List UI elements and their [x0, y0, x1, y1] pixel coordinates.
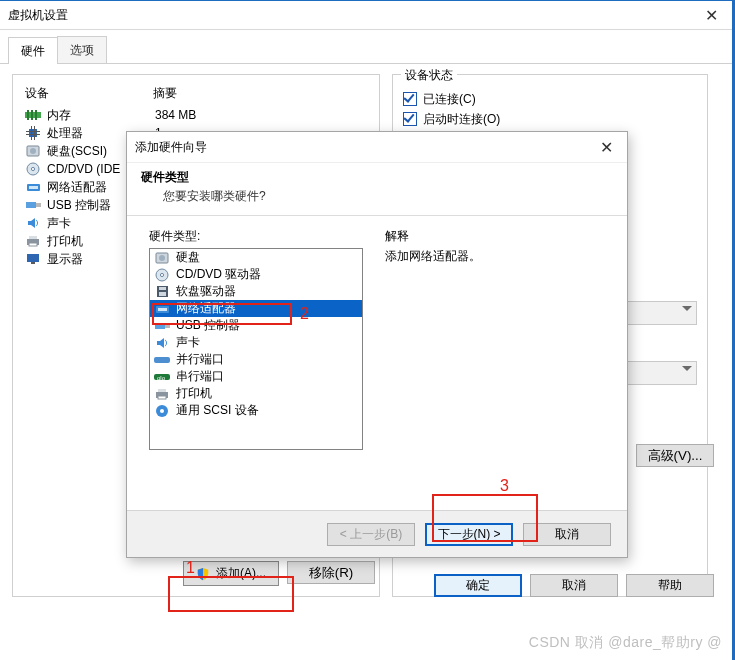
list-item-label: 硬盘 — [176, 249, 200, 266]
tab-strip: 硬件 选项 — [0, 30, 732, 64]
list-item-label: 网络适配器 — [176, 300, 236, 317]
window-titlebar: 虚拟机设置 ✕ — [0, 1, 732, 30]
svg-point-25 — [160, 273, 163, 276]
svg-rect-5 — [26, 131, 40, 132]
cancel-button[interactable]: 取消 — [530, 574, 618, 597]
floppy-icon — [154, 285, 170, 298]
explanation-text: 添加网络适配器。 — [385, 248, 605, 265]
hardware-type-item[interactable]: 网络适配器 — [150, 300, 362, 317]
svg-point-40 — [160, 409, 164, 413]
printer-icon — [25, 235, 41, 247]
tab-hardware[interactable]: 硬件 — [8, 37, 58, 64]
tab-options[interactable]: 选项 — [57, 36, 107, 63]
sound-icon — [25, 217, 41, 229]
list-item-label: 通用 SCSI 设备 — [176, 402, 259, 419]
wizard-back-button[interactable]: < 上一步(B) — [327, 523, 415, 546]
wizard-subheading: 您要安装哪类硬件? — [141, 186, 613, 205]
window-title: 虚拟机设置 — [8, 7, 699, 24]
remove-hardware-button[interactable]: 移除(R) — [287, 561, 375, 584]
chevron-down-icon — [682, 306, 692, 316]
wizard-close-icon[interactable]: ✕ — [594, 138, 619, 157]
cpu-icon — [25, 127, 41, 139]
svg-rect-6 — [26, 134, 40, 135]
list-item-label: 软盘驱动器 — [176, 283, 236, 300]
list-item-label: 声卡 — [176, 334, 200, 351]
parallel-icon — [154, 355, 170, 365]
wizard-title: 添加硬件向导 — [135, 139, 594, 156]
cd-icon — [25, 163, 41, 175]
serial-icon: olo — [154, 372, 170, 382]
hardware-type-item[interactable]: 声卡 — [150, 334, 362, 351]
svg-rect-4 — [29, 129, 37, 137]
connect-at-poweron-checkbox[interactable]: 启动时连接(O) — [403, 109, 697, 129]
svg-rect-33 — [154, 357, 170, 363]
list-item-label: CD/DVD 驱动器 — [176, 266, 261, 283]
hardware-type-item[interactable]: 并行端口 — [150, 351, 362, 368]
svg-rect-18 — [29, 236, 37, 239]
wizard-cancel-button[interactable]: 取消 — [523, 523, 611, 546]
svg-rect-37 — [158, 389, 166, 392]
disk-icon — [154, 252, 170, 264]
hardware-type-listbox[interactable]: 硬盘CD/DVD 驱动器软盘驱动器网络适配器USB 控制器声卡并行端口olo串行… — [149, 248, 363, 450]
display-icon — [25, 253, 41, 265]
device-value: 384 MB — [155, 108, 196, 122]
hardware-type-item[interactable]: USB 控制器 — [150, 317, 362, 334]
wizard-next-button[interactable]: 下一步(N) > — [425, 523, 513, 546]
device-row[interactable]: 内存384 MB — [23, 106, 369, 124]
net-icon — [154, 303, 170, 315]
hardware-type-item[interactable]: 硬盘 — [150, 249, 362, 266]
svg-rect-19 — [29, 243, 37, 246]
window-close-icon[interactable]: ✕ — [699, 6, 724, 25]
add-hardware-wizard: 添加硬件向导 ✕ 硬件类型 您要安装哪类硬件? 硬件类型: 硬盘CD/DVD 驱… — [126, 131, 628, 558]
ok-button[interactable]: 确定 — [434, 574, 522, 597]
wizard-titlebar: 添加硬件向导 ✕ — [127, 132, 627, 163]
hardware-type-item[interactable]: 软盘驱动器 — [150, 283, 362, 300]
device-list-header: 设备 摘要 — [23, 83, 369, 106]
hardware-type-label: 硬件类型: — [149, 228, 363, 245]
col-summary: 摘要 — [153, 85, 177, 102]
svg-rect-28 — [159, 292, 166, 296]
add-button-label: 添加(A)... — [216, 565, 266, 582]
svg-rect-20 — [27, 254, 39, 262]
svg-rect-32 — [165, 324, 170, 328]
hardware-type-item[interactable]: 打印机 — [150, 385, 362, 402]
list-item-label: 打印机 — [176, 385, 212, 402]
usb-icon — [154, 321, 170, 331]
hardware-type-item[interactable]: CD/DVD 驱动器 — [150, 266, 362, 283]
list-item-label: 串行端口 — [176, 368, 224, 385]
watermark: CSDN 取消 @dare_帮助ry @ — [529, 634, 722, 652]
svg-rect-7 — [31, 126, 32, 140]
svg-rect-14 — [29, 186, 38, 189]
connected-checkbox[interactable]: 已连接(C) — [403, 89, 697, 109]
svg-rect-3 — [35, 110, 37, 120]
svg-rect-27 — [159, 287, 166, 290]
disk-icon — [25, 145, 41, 157]
svg-text:olo: olo — [157, 375, 166, 381]
svg-rect-2 — [31, 110, 33, 120]
svg-point-12 — [31, 167, 34, 170]
vm-settings-window: 虚拟机设置 ✕ 硬件 选项 设备 摘要 内存384 MB处理器1硬盘(SCSI)… — [0, 0, 735, 660]
svg-rect-8 — [34, 126, 35, 140]
advanced-button[interactable]: 高级(V)... — [636, 444, 714, 467]
svg-rect-21 — [31, 262, 35, 264]
svg-rect-15 — [26, 202, 36, 208]
advanced-area: 高级(V)... — [636, 444, 714, 467]
help-button[interactable]: 帮助 — [626, 574, 714, 597]
checkbox-icon — [403, 112, 417, 126]
svg-rect-38 — [158, 396, 166, 399]
hardware-type-item[interactable]: 通用 SCSI 设备 — [150, 402, 362, 419]
hardware-type-item[interactable]: olo串行端口 — [150, 368, 362, 385]
net-icon — [25, 181, 41, 193]
scsi-icon — [154, 404, 170, 418]
sound-icon — [154, 337, 170, 349]
uac-shield-icon — [196, 567, 210, 581]
wizard-heading: 硬件类型 — [141, 169, 613, 186]
add-hardware-button[interactable]: 添加(A)... — [183, 561, 279, 586]
checkbox-icon — [403, 92, 417, 106]
svg-rect-16 — [36, 203, 41, 207]
wizard-header: 硬件类型 您要安装哪类硬件? — [127, 163, 627, 216]
cd-icon — [154, 268, 170, 282]
list-item-label: USB 控制器 — [176, 317, 240, 334]
memory-icon — [25, 109, 41, 121]
svg-rect-30 — [158, 308, 167, 311]
